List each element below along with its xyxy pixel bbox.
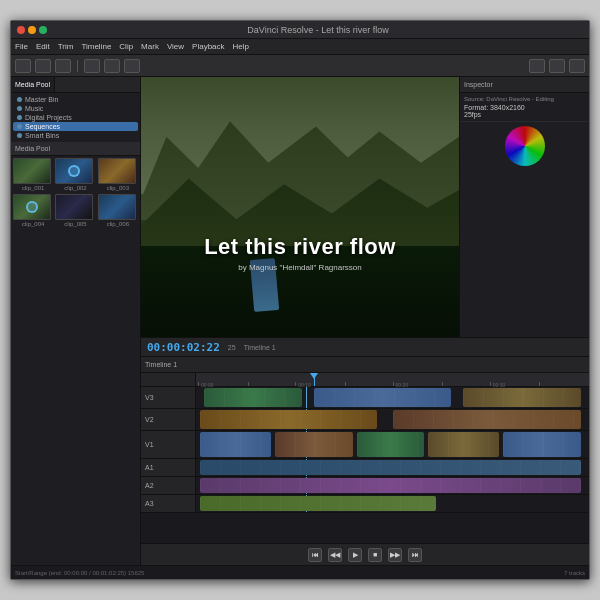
ruler-tick-1: 00:00 [198, 382, 248, 386]
transport-forward[interactable]: ▶▶ [388, 548, 402, 562]
toolbar-sep-1 [77, 60, 78, 72]
clip-a2-1[interactable] [200, 478, 581, 493]
video-title: Let this river flow [141, 234, 459, 260]
main-area: Media Pool Master Bin Music Digital Proj… [11, 77, 589, 565]
timecode-fps: 25 [228, 344, 236, 351]
toolbar-btn-5[interactable] [104, 59, 120, 73]
clip-v3-1[interactable] [204, 388, 302, 407]
clip-v1-5[interactable] [503, 432, 582, 457]
window-controls [17, 26, 47, 34]
transport-play[interactable]: ▶ [348, 548, 362, 562]
media-thumb-4[interactable]: clip_004 [13, 194, 53, 228]
tree-item-master[interactable]: Master Bin [13, 95, 138, 104]
menu-bar: File Edit Trim Timeline Clip Mark View P… [11, 39, 589, 55]
tree-item-smart[interactable]: Smart Bins [13, 131, 138, 140]
sidebar-tree: Master Bin Music Digital Projects Sequen… [11, 93, 140, 142]
transport-stop[interactable]: ■ [368, 548, 382, 562]
tree-dot [17, 133, 22, 138]
ruler-tick-3: 00:10 [295, 382, 345, 386]
color-wheel[interactable] [505, 126, 545, 166]
inspector-source: Source: DaVinci Resolve - Editing Format… [460, 93, 589, 122]
menu-clip[interactable]: Clip [119, 42, 133, 51]
tree-item-music[interactable]: Music [13, 104, 138, 113]
media-thumb-2[interactable]: clip_002 [55, 158, 95, 192]
track-content-a1[interactable] [196, 459, 589, 476]
media-thumb-5[interactable]: clip_005 [55, 194, 95, 228]
track-label-a3: A3 [141, 495, 196, 512]
status-left: Start/Range (end: 00:00:00 / 00:01:02:25… [15, 570, 144, 576]
clip-v1-3[interactable] [357, 432, 424, 457]
inspector-title: Inspector [464, 81, 493, 88]
clip-v3-2[interactable] [314, 388, 452, 407]
track-content-a3[interactable] [196, 495, 589, 512]
toolbar-btn-2[interactable] [35, 59, 51, 73]
clip-strip [200, 410, 377, 429]
toolbar-btn-3[interactable] [55, 59, 71, 73]
thumb-image [56, 195, 92, 219]
inspector-header: Inspector [460, 77, 589, 93]
clip-v1-4[interactable] [428, 432, 499, 457]
minimize-button[interactable] [28, 26, 36, 34]
clip-strip [357, 432, 424, 457]
clip-a1-1[interactable] [200, 460, 581, 475]
toolbar-btn-4[interactable] [84, 59, 100, 73]
menu-view[interactable]: View [167, 42, 184, 51]
media-thumb-6[interactable]: clip_006 [98, 194, 138, 228]
clip-a3-1[interactable] [200, 496, 436, 511]
transport-skip-end[interactable]: ⏭ [408, 548, 422, 562]
tab-media-pool[interactable]: Media Pool [11, 77, 55, 92]
track-content-a2[interactable] [196, 477, 589, 494]
thumb-image [99, 159, 135, 183]
toolbar-btn-6[interactable] [124, 59, 140, 73]
clip-v2-title[interactable] [200, 410, 377, 429]
media-grid: clip_001 clip_002 [11, 156, 140, 230]
menu-workspace[interactable]: Help [233, 42, 249, 51]
clip-v2-2[interactable] [393, 410, 582, 429]
status-bar: Start/Range (end: 00:00:00 / 00:01:02:25… [11, 565, 589, 579]
toolbar-btn-1[interactable] [15, 59, 31, 73]
media-thumb-1[interactable]: clip_001 [13, 158, 53, 192]
media-thumb-3[interactable]: clip_003 [98, 158, 138, 192]
close-button[interactable] [17, 26, 25, 34]
thumb-container [13, 158, 51, 184]
media-pool-header: Media Pool [11, 142, 140, 156]
toolbar-btn-8[interactable] [549, 59, 565, 73]
track-label-v1: V1 [141, 431, 196, 458]
landscape [141, 77, 459, 337]
track-content-v3[interactable] [196, 387, 589, 408]
menu-timeline[interactable]: Timeline [81, 42, 111, 51]
thumb-container [55, 194, 93, 220]
track-content-v2[interactable] [196, 409, 589, 430]
menu-trim[interactable]: Trim [58, 42, 74, 51]
track-v2: V2 [141, 409, 589, 431]
clip-v1-1[interactable] [200, 432, 271, 457]
track-content-v1[interactable] [196, 431, 589, 458]
tree-dot [17, 97, 22, 102]
maximize-button[interactable] [39, 26, 47, 34]
clip-v1-2[interactable] [275, 432, 354, 457]
timeline-ruler: 00:00 00:10 00:20 00:30 [196, 373, 589, 387]
clip-strip [204, 388, 302, 407]
toolbar-btn-7[interactable] [529, 59, 545, 73]
transport-skip-start[interactable]: ⏮ [308, 548, 322, 562]
menu-edit[interactable]: Edit [36, 42, 50, 51]
transport-rewind[interactable]: ◀◀ [328, 548, 342, 562]
tree-item-digital[interactable]: Digital Projects [13, 113, 138, 122]
inspector-source-label: Source: DaVinci Resolve - Editing [464, 96, 585, 102]
inspector-panel: Inspector Source: DaVinci Resolve - Edit… [459, 77, 589, 337]
tree-item-sequences[interactable]: Sequences [13, 122, 138, 131]
timecode-display[interactable]: 00:00:02:22 [147, 341, 220, 354]
clip-strip [200, 496, 436, 511]
track-label-v2: V2 [141, 409, 196, 430]
menu-playback[interactable]: Playback [192, 42, 224, 51]
toolbar [11, 55, 589, 77]
toolbar-btn-9[interactable] [569, 59, 585, 73]
tree-dot [17, 115, 22, 120]
ruler-tick-4 [345, 382, 393, 386]
track-label-v3: V3 [141, 387, 196, 408]
menu-file[interactable]: File [15, 42, 28, 51]
clip-v3-3[interactable] [463, 388, 581, 407]
menu-mark[interactable]: Mark [141, 42, 159, 51]
thumb-image [99, 195, 135, 219]
playhead-line [306, 387, 307, 408]
